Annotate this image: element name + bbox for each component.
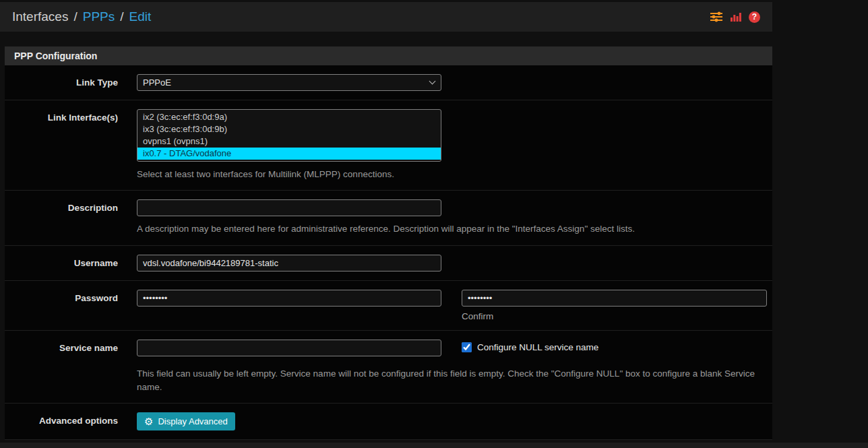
breadcrumb-section: Interfaces bbox=[12, 9, 68, 24]
listbox-option[interactable]: ix2 (3c:ec:ef:f3:0d:9a) bbox=[137, 111, 441, 123]
pfsense-app: Interfaces / PPPs / Edit bbox=[0, 0, 868, 448]
link-type-label: Link Type bbox=[5, 74, 137, 91]
sliders-icon[interactable] bbox=[710, 11, 723, 22]
form-row-username: Username bbox=[5, 246, 772, 281]
listbox-option[interactable]: ovpns1 (ovpns1) bbox=[137, 135, 441, 148]
breadcrumb-separator: / bbox=[73, 9, 77, 24]
password-confirm-input[interactable] bbox=[462, 290, 767, 307]
form-row-link-interfaces: Link Interface(s) ix2 (3c:ec:ef:f3:0d:9a… bbox=[5, 100, 772, 191]
content-column: Interfaces / PPPs / Edit bbox=[0, 0, 772, 448]
description-input[interactable] bbox=[137, 199, 441, 216]
username-label: Username bbox=[5, 255, 137, 271]
help-icon[interactable]: ? bbox=[749, 11, 760, 23]
password-confirm-label: Confirm bbox=[462, 311, 767, 321]
breadcrumb: Interfaces / PPPs / Edit bbox=[12, 9, 151, 24]
panel-title: PPP Configuration bbox=[14, 51, 763, 61]
breadcrumb-link-ppps[interactable]: PPPs bbox=[83, 9, 115, 24]
link-type-select-wrap: PPPoE bbox=[137, 74, 441, 91]
top-navbar: Interfaces / PPPs / Edit bbox=[0, 2, 772, 32]
advanced-options-label: Advanced options bbox=[5, 412, 137, 430]
password-label: Password bbox=[5, 290, 137, 321]
configure-null-checkbox-label: Configure NULL service name bbox=[477, 342, 598, 352]
form-row-link-type: Link Type PPPoE bbox=[5, 65, 772, 100]
form-row-advanced-options: Advanced options ⚙ Display Advanced bbox=[5, 404, 772, 440]
navbar-icons: ? bbox=[710, 11, 760, 23]
display-advanced-button[interactable]: ⚙ Display Advanced bbox=[137, 412, 235, 430]
description-help: A description may be entered here for ad… bbox=[137, 222, 764, 236]
link-type-select[interactable]: PPPoE bbox=[137, 74, 441, 91]
main-content: PPP Configuration Link Type PPPoE bbox=[0, 46, 772, 448]
service-name-help: This field can usually be left empty. Se… bbox=[137, 367, 764, 395]
description-label: Description bbox=[5, 199, 137, 236]
footer-strip bbox=[0, 443, 868, 448]
panel-heading: PPP Configuration bbox=[5, 46, 772, 65]
link-interfaces-listbox[interactable]: ix2 (3c:ec:ef:f3:0d:9a) ix3 (3c:ec:ef:f3… bbox=[137, 109, 441, 162]
username-input[interactable] bbox=[137, 255, 441, 271]
form-row-password: Password Confirm bbox=[5, 281, 772, 331]
breadcrumb-link-edit[interactable]: Edit bbox=[129, 9, 152, 24]
link-interfaces-label: Link Interface(s) bbox=[5, 109, 137, 181]
configure-null-checkbox[interactable] bbox=[462, 342, 472, 352]
form-row-service-name: Service name Configure NULL service name… bbox=[5, 331, 772, 404]
display-advanced-button-label: Display Advanced bbox=[158, 416, 227, 426]
service-name-label: Service name bbox=[5, 340, 137, 395]
panel-body: Link Type PPPoE Link Interfac bbox=[5, 65, 772, 440]
chart-icon[interactable] bbox=[731, 12, 741, 22]
configure-null-checkbox-group: Configure NULL service name bbox=[462, 340, 598, 352]
panel-ppp-configuration: PPP Configuration Link Type PPPoE bbox=[5, 46, 772, 440]
link-interfaces-help: Select at least two interfaces for Multi… bbox=[137, 168, 764, 181]
password-input[interactable] bbox=[137, 290, 441, 307]
gear-icon: ⚙ bbox=[144, 416, 153, 426]
form-row-description: Description A description may be entered… bbox=[5, 191, 772, 245]
listbox-option[interactable]: ix3 (3c:ec:ef:f3:0d:9b) bbox=[137, 123, 441, 135]
listbox-option-selected[interactable]: ix0.7 - DTAG/vodafone bbox=[137, 148, 441, 160]
breadcrumb-separator: / bbox=[120, 9, 123, 24]
service-name-input[interactable] bbox=[137, 340, 441, 356]
